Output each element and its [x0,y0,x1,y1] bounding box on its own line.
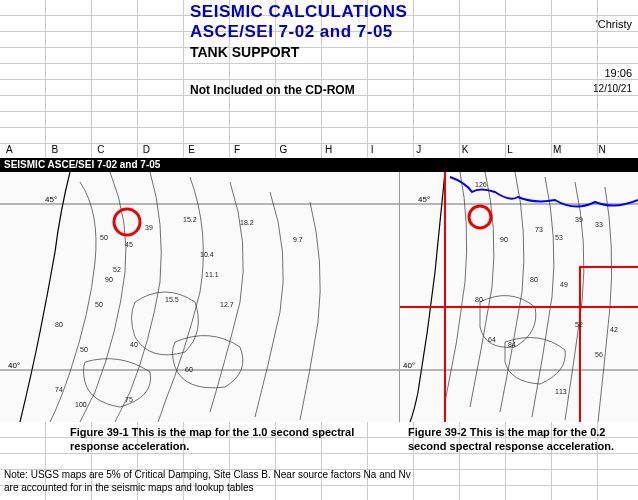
svg-text:50: 50 [95,301,103,308]
title-line2: ASCE/SEI 7-02 and 7-05 [190,22,550,42]
svg-text:64: 64 [488,336,496,343]
target-circle [114,209,140,235]
col-M: M [547,144,593,158]
svg-text:45: 45 [125,241,133,248]
red-border [580,267,638,422]
col-A: A [0,144,46,158]
cdrom-note: Not Included on the CD-ROM [190,83,355,97]
svg-text:12.7: 12.7 [220,301,234,308]
col-D: D [137,144,183,158]
col-N: N [593,144,638,158]
caption-right: Figure 39-2 This is the map for the 0.2 … [400,425,638,465]
contour [500,172,524,412]
footnote: Note: USGS maps are 5% of Critical Dampi… [4,468,424,494]
map-left: 45° 40° 10.4 11.1 12.7 15.5 15.2 18.2 9.… [0,172,400,422]
svg-text:80: 80 [475,296,483,303]
svg-text:11.1: 11.1 [205,271,219,278]
coastline [410,172,445,422]
svg-text:15.5: 15.5 [165,296,179,303]
header: SEISMIC CALCULATIONS ASCE/SEI 7-02 and 7… [190,2,550,60]
svg-text:90: 90 [500,236,508,243]
svg-text:52: 52 [575,321,583,328]
lat-45: 45° [45,195,57,204]
target-circle [469,206,491,228]
contour [210,182,243,412]
contour [80,172,126,422]
svg-text:10.4: 10.4 [200,251,214,258]
svg-text:100: 100 [75,401,87,408]
coastline [20,172,70,422]
col-F: F [228,144,274,158]
svg-text:40: 40 [130,341,138,348]
svg-text:75: 75 [125,396,133,403]
svg-text:73: 73 [535,226,543,233]
contour [255,192,283,417]
svg-text:74: 74 [55,386,63,393]
svg-text:15.2: 15.2 [183,216,197,223]
title-line1: SEISMIC CALCULATIONS [190,2,550,22]
svg-text:50: 50 [100,234,108,241]
svg-text:80: 80 [530,276,538,283]
svg-text:50: 50 [80,346,88,353]
svg-text:126: 126 [475,181,487,188]
svg-text:84: 84 [508,341,516,348]
map-right-svg: 45° 40° 33 39 53 64 80 90 84 49 80 52 56… [400,172,638,422]
col-E: E [182,144,228,158]
contour [445,172,467,402]
column-headers: A B C D E F G H I J K L M N [0,144,638,158]
time-cell: 19:06 [604,67,632,79]
svg-text:49: 49 [560,281,568,288]
subtitle: TANK SUPPORT [190,44,550,60]
svg-text:39: 39 [145,224,153,231]
col-C: C [91,144,137,158]
col-J: J [410,144,456,158]
svg-text:53: 53 [555,234,563,241]
col-B: B [46,144,92,158]
contour-loop [173,336,243,388]
captions: Figure 39-1 This is the map for the 1.0 … [0,425,638,465]
contour-loop [84,359,151,407]
date-cell: 12/10/21 [593,83,632,94]
col-K: K [456,144,502,158]
svg-text:52: 52 [113,266,121,273]
col-G: G [273,144,319,158]
svg-text:60: 60 [185,366,193,373]
col-L: L [501,144,547,158]
lat-40: 40° [8,361,20,370]
col-I: I [365,144,411,158]
lat-40: 40° [403,361,415,370]
svg-text:18.2: 18.2 [240,219,254,226]
svg-text:56: 56 [595,351,603,358]
maps-container: 45° 40° 10.4 11.1 12.7 15.5 15.2 18.2 9.… [0,172,638,422]
svg-text:33: 33 [595,221,603,228]
map-right: 45° 40° 33 39 53 64 80 90 84 49 80 52 56… [400,172,638,422]
svg-text:80: 80 [55,321,63,328]
svg-text:9.7: 9.7 [293,236,303,243]
contour [300,202,320,420]
section-bar: SEISMIC ASCE/SEI 7-02 and 7-05 [0,158,638,172]
svg-text:42: 42 [610,326,618,333]
svg-text:39: 39 [575,216,583,223]
contour [532,177,554,417]
svg-text:113: 113 [555,388,567,395]
lat-45: 45° [418,195,430,204]
map-left-svg: 45° 40° 10.4 11.1 12.7 15.5 15.2 18.2 9.… [0,172,400,422]
svg-text:90: 90 [105,276,113,283]
author-cell: 'Christy [596,18,632,30]
caption-left: Figure 39-1 This is the map for the 1.0 … [0,425,400,465]
col-H: H [319,144,365,158]
